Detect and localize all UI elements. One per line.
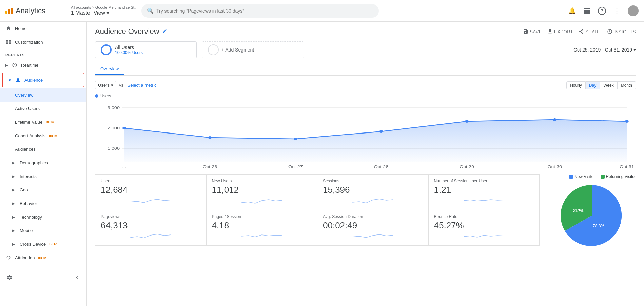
metric-value-new-users: 11,012 (212, 185, 312, 195)
date-range-text: Oct 25, 2019 - Oct 31, 2019 (573, 47, 632, 53)
pie-chart-svg: 78.3% 21.7% (558, 182, 626, 249)
page-header: Audience Overview ✔ SAVE EXPORT SHARE (95, 27, 636, 36)
sidebar-label-geo: Geo (20, 187, 28, 192)
chevron-right-demographics: ▶ (12, 161, 15, 165)
metric-label-pageviews: Pageviews (101, 214, 201, 219)
save-button[interactable]: SAVE (523, 29, 542, 34)
settings-icon[interactable] (5, 273, 14, 282)
sidebar-item-audiences[interactable]: Audiences (0, 142, 86, 156)
metric-value-users: 12,684 (101, 185, 201, 195)
users-legend-dot (95, 94, 98, 98)
verified-icon: ✔ (162, 28, 167, 35)
sidebar-item-realtime[interactable]: ▶ Realtime (0, 58, 86, 72)
metric-value-avg-session: 00:02:49 (323, 220, 423, 231)
sparkline-bounce-rate (434, 231, 534, 240)
search-input[interactable] (156, 8, 373, 14)
sidebar-label-attribution: Attribution (15, 255, 35, 260)
svg-text:Oct 30: Oct 30 (547, 165, 562, 169)
sidebar-item-audience[interactable]: ▼ Audience (3, 73, 84, 87)
sidebar-label-lifetime-value: Lifetime Value (15, 120, 42, 125)
line-chart-svg: 3,000 2,000 1,000 Oct 26 Oct 27 Oct 28 (95, 101, 636, 169)
chevron-down-icon: ▾ (106, 9, 109, 16)
sidebar-item-demographics[interactable]: ▶ Demographics (0, 156, 86, 169)
svg-text:Oct 26: Oct 26 (202, 165, 217, 169)
metrics-bottom: Users 12,684 New Users 11,012 Sessions 1… (95, 174, 540, 249)
svg-rect-12 (9, 42, 11, 44)
metric-dropdown[interactable]: Users ▾ (95, 81, 116, 89)
chart-legend: Users (95, 94, 636, 98)
chevron-down-icon-audience: ▼ (8, 78, 12, 82)
reports-section-label: REPORTS (0, 49, 86, 58)
sidebar-item-behavior[interactable]: ▶ Behavior (0, 197, 86, 210)
view-selector[interactable]: 1 Master View ▾ (71, 9, 137, 16)
svg-rect-5 (588, 10, 590, 12)
svg-text:21.7%: 21.7% (573, 209, 583, 213)
sidebar-item-overview[interactable]: Overview (0, 88, 86, 102)
sidebar-item-lifetime-value[interactable]: Lifetime Value BETA (0, 115, 86, 129)
more-icon[interactable]: ⋮ (613, 7, 621, 15)
metric-label-avg-session: Avg. Session Duration (323, 214, 423, 219)
svg-rect-10 (9, 40, 11, 42)
nav-actions: 🔔 ? ⋮ (568, 5, 639, 16)
sidebar-item-interests[interactable]: ▶ Interests (0, 169, 86, 183)
metric-value-bounce-rate: 45.27% (434, 220, 534, 231)
metric-cell-pageviews: Pageviews 64,313 (95, 210, 207, 246)
notifications-icon[interactable]: 🔔 (568, 7, 576, 15)
beta-badge-attribution: BETA (38, 256, 46, 259)
realtime-icon (12, 62, 18, 68)
chevron-right-mobile: ▶ (12, 229, 15, 232)
returning-visitor-swatch (601, 175, 605, 179)
avatar[interactable] (628, 5, 639, 16)
sidebar-item-cross-device[interactable]: ▶ Cross Device BETA (0, 237, 86, 251)
sidebar-item-technology[interactable]: ▶ Technology (0, 210, 86, 224)
metric-label-sessions: Sessions (323, 179, 423, 183)
svg-rect-4 (586, 10, 588, 12)
sidebar-item-mobile[interactable]: ▶ Mobile (0, 224, 86, 237)
help-icon[interactable]: ? (598, 7, 606, 15)
add-segment-button[interactable]: + Add Segment (202, 41, 304, 58)
date-range-picker[interactable]: Oct 25, 2019 - Oct 31, 2019 ▾ (573, 47, 636, 53)
sidebar-item-home[interactable]: Home (0, 22, 86, 35)
insights-button[interactable]: INSIGHTS (607, 29, 636, 34)
sidebar-label-active-users: Active Users (15, 106, 40, 111)
sidebar-item-attribution[interactable]: Attribution BETA (0, 251, 86, 264)
collapse-icon[interactable] (73, 273, 81, 282)
time-btn-month[interactable]: Month (618, 81, 636, 89)
search-bar[interactable]: 🔍 (141, 4, 379, 18)
chevron-right-icon: ▶ (5, 63, 8, 67)
segment-name: All Users (115, 45, 143, 50)
customization-icon (5, 39, 12, 45)
sidebar-item-active-users[interactable]: Active Users (0, 102, 86, 115)
sidebar-item-customization[interactable]: Customization (0, 35, 86, 49)
sidebar-label-technology: Technology (20, 215, 42, 220)
share-button[interactable]: SHARE (579, 29, 601, 34)
tab-bar: Overview (95, 64, 636, 76)
home-icon (5, 25, 12, 32)
segment-pct: 100.00% Users (115, 50, 143, 55)
svg-text:78.3%: 78.3% (593, 224, 604, 228)
sidebar-item-geo[interactable]: ▶ Geo (0, 183, 86, 197)
vs-label: vs. (119, 83, 125, 88)
metric-cell-new-users: New Users 11,012 (207, 175, 318, 210)
returning-visitor-label: Returning Visitor (606, 174, 636, 179)
apps-icon[interactable] (583, 7, 591, 15)
time-btn-day[interactable]: Day (586, 81, 600, 89)
metric-row: Users ▾ vs. Select a metric Hourly Day W… (95, 81, 636, 89)
time-btn-week[interactable]: Week (600, 81, 617, 89)
sidebar-item-cohort-analysis[interactable]: Cohort Analysis BETA (0, 129, 86, 142)
time-btn-hourly[interactable]: Hourly (566, 81, 586, 89)
svg-point-27 (294, 138, 297, 140)
chevron-right-behavior: ▶ (12, 202, 15, 205)
svg-rect-3 (584, 10, 586, 12)
export-button[interactable]: EXPORT (547, 29, 573, 34)
sidebar-footer (0, 270, 86, 285)
tab-overview[interactable]: Overview (95, 64, 124, 75)
audience-icon (15, 77, 21, 83)
nav-divider (65, 5, 65, 17)
svg-point-30 (553, 118, 557, 121)
page-title-area: Audience Overview ✔ (95, 27, 167, 36)
all-users-segment[interactable]: All Users 100.00% Users (95, 41, 197, 58)
metric-label-pages-session: Pages / Session (212, 214, 312, 219)
select-metric-link[interactable]: Select a metric (128, 83, 157, 88)
chevron-down-date: ▾ (633, 47, 636, 53)
